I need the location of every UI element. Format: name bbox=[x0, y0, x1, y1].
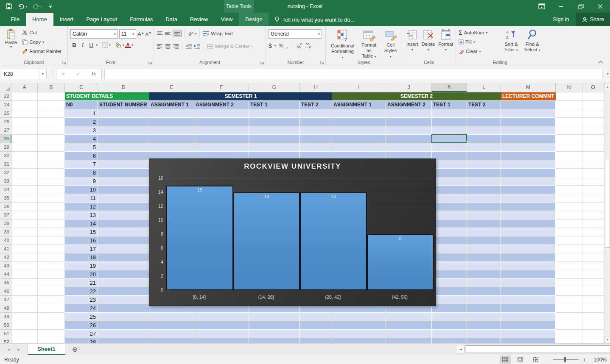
zoom-slider[interactable] bbox=[553, 359, 579, 360]
cell[interactable] bbox=[98, 160, 149, 169]
cell[interactable] bbox=[467, 296, 501, 304]
alignment-dialog-launcher-icon[interactable] bbox=[260, 61, 264, 64]
vertical-scrollbar[interactable]: ▴ ▾ bbox=[604, 83, 610, 343]
cell[interactable] bbox=[556, 169, 582, 177]
column-header-k[interactable]: K bbox=[432, 83, 467, 92]
top-align-button[interactable] bbox=[157, 31, 163, 36]
number-format-select[interactable]: General▾ bbox=[269, 29, 322, 39]
middle-align-button[interactable] bbox=[165, 31, 171, 36]
row-header-25[interactable]: 25 bbox=[0, 109, 11, 118]
cell[interactable]: 12 bbox=[65, 203, 98, 211]
borders-button[interactable] bbox=[102, 42, 108, 48]
column-header-l[interactable]: L bbox=[467, 83, 501, 92]
chart-bar[interactable]: 14 bbox=[300, 192, 367, 290]
cell[interactable] bbox=[501, 296, 556, 304]
cell[interactable] bbox=[38, 296, 65, 304]
format-cells-button[interactable]: Format ▾ bbox=[437, 28, 455, 54]
cell[interactable] bbox=[432, 296, 467, 304]
cell[interactable] bbox=[98, 245, 149, 253]
cell[interactable] bbox=[556, 177, 582, 186]
cell[interactable] bbox=[556, 296, 582, 304]
cell[interactable] bbox=[501, 253, 556, 262]
cell[interactable] bbox=[249, 338, 300, 343]
select-all-corner[interactable] bbox=[0, 83, 11, 92]
cell[interactable] bbox=[467, 118, 501, 126]
underline-button[interactable]: U bbox=[87, 42, 95, 48]
decrease-decimal-button[interactable]: .00→.0 bbox=[305, 43, 311, 49]
cell[interactable] bbox=[149, 135, 194, 143]
cell[interactable] bbox=[38, 135, 65, 143]
cell[interactable] bbox=[556, 203, 582, 211]
cell[interactable] bbox=[467, 228, 501, 236]
cell[interactable] bbox=[556, 287, 582, 296]
cell[interactable] bbox=[11, 296, 38, 304]
cell[interactable] bbox=[38, 253, 65, 262]
field-header-cell[interactable]: N0_ bbox=[65, 101, 98, 109]
cell[interactable]: 24 bbox=[65, 304, 98, 313]
cell[interactable] bbox=[332, 126, 386, 135]
cell[interactable] bbox=[149, 313, 194, 321]
row-header-45[interactable]: 45 bbox=[0, 279, 11, 287]
cell[interactable] bbox=[386, 321, 432, 330]
sign-in-link[interactable]: Sign in bbox=[546, 17, 576, 22]
cell[interactable] bbox=[38, 203, 65, 211]
cell[interactable] bbox=[300, 118, 332, 126]
cell[interactable] bbox=[556, 262, 582, 270]
column-header-f[interactable]: F bbox=[194, 83, 249, 92]
cell-styles-button[interactable]: Cell Styles ▾ bbox=[381, 28, 400, 61]
column-header-m[interactable]: M bbox=[501, 83, 556, 92]
cell[interactable] bbox=[467, 279, 501, 287]
cell[interactable] bbox=[98, 296, 149, 304]
cell[interactable]: 7 bbox=[65, 160, 98, 169]
paste-dropdown-icon[interactable]: ▾ bbox=[10, 45, 12, 49]
cell[interactable] bbox=[582, 330, 604, 338]
column-header-j[interactable]: J bbox=[386, 83, 432, 92]
field-header-cell[interactable]: TEST 2 bbox=[300, 101, 332, 109]
vertical-scroll-thumb[interactable] bbox=[605, 159, 610, 248]
cell[interactable] bbox=[11, 245, 38, 253]
cell[interactable] bbox=[556, 118, 582, 126]
shrink-font-button[interactable]: A▼ bbox=[146, 31, 151, 37]
cell[interactable] bbox=[386, 118, 432, 126]
row-header-24[interactable]: 24 bbox=[0, 101, 11, 109]
cell[interactable]: 4 bbox=[65, 135, 98, 143]
field-header-cell[interactable]: TEST 1 bbox=[432, 101, 467, 109]
cell[interactable] bbox=[332, 109, 386, 118]
cell[interactable]: 22 bbox=[65, 287, 98, 296]
cell[interactable] bbox=[249, 330, 300, 338]
cell[interactable] bbox=[467, 313, 501, 321]
cell[interactable] bbox=[38, 304, 65, 313]
cell[interactable] bbox=[501, 321, 556, 330]
cell[interactable] bbox=[582, 313, 604, 321]
row-header-44[interactable]: 44 bbox=[0, 270, 11, 279]
cell[interactable] bbox=[501, 304, 556, 313]
row-header-36[interactable]: 36 bbox=[0, 203, 11, 211]
cell[interactable]: 5 bbox=[65, 143, 98, 152]
cell[interactable] bbox=[501, 203, 556, 211]
cell[interactable] bbox=[556, 245, 582, 253]
cell[interactable] bbox=[98, 118, 149, 126]
cell[interactable] bbox=[300, 313, 332, 321]
increase-indent-button[interactable] bbox=[194, 44, 201, 49]
cell[interactable] bbox=[149, 126, 194, 135]
cell[interactable] bbox=[432, 321, 467, 330]
cell[interactable] bbox=[38, 287, 65, 296]
column-header-e[interactable]: E bbox=[149, 83, 194, 92]
field-header-cell[interactable]: ASSIGNMENT 2 bbox=[386, 101, 432, 109]
cell[interactable] bbox=[556, 143, 582, 152]
column-header-a[interactable]: A bbox=[11, 83, 38, 92]
cell[interactable]: 6 bbox=[65, 152, 98, 160]
cell[interactable] bbox=[556, 126, 582, 135]
cell[interactable] bbox=[98, 109, 149, 118]
cell[interactable] bbox=[38, 211, 65, 220]
cell[interactable] bbox=[556, 92, 582, 101]
cell[interactable] bbox=[332, 313, 386, 321]
row-header-48[interactable]: 48 bbox=[0, 304, 11, 313]
ribbon-display-options-icon[interactable] bbox=[532, 0, 551, 13]
cell[interactable] bbox=[432, 228, 467, 236]
number-dialog-launcher-icon[interactable] bbox=[320, 61, 324, 64]
expand-formula-bar-icon[interactable]: ▾ bbox=[607, 72, 609, 76]
cell[interactable] bbox=[501, 135, 556, 143]
new-sheet-button[interactable]: ⊕ bbox=[65, 344, 84, 355]
cell[interactable] bbox=[467, 194, 501, 203]
